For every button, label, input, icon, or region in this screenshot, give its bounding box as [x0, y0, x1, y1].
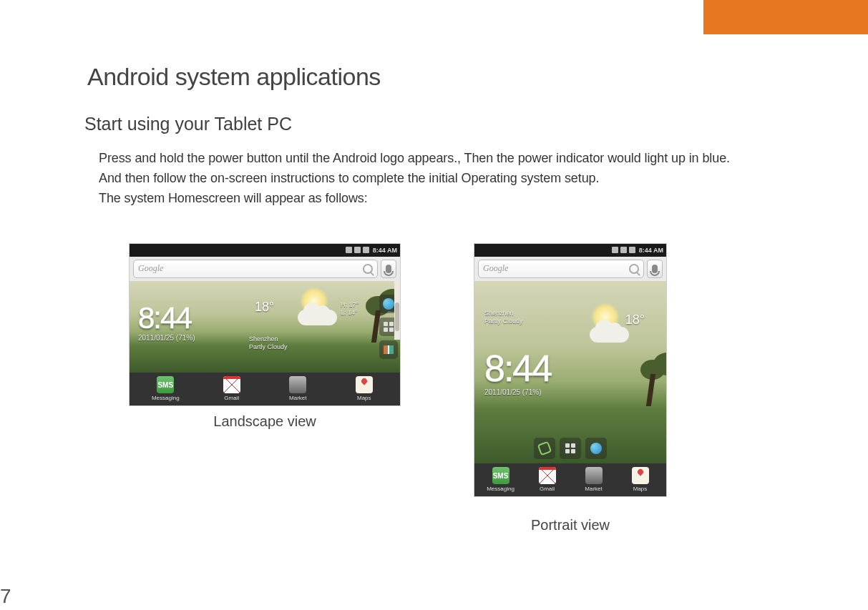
dock-maps[interactable]: Maps — [331, 376, 398, 401]
status-icon — [612, 247, 618, 253]
clock-time: 8:44 — [138, 301, 195, 335]
scrollbar-thumb[interactable] — [395, 302, 399, 331]
google-logo: Google — [138, 263, 363, 274]
google-logo: Google — [483, 263, 629, 274]
paragraph-1: Press and hold the power button until th… — [99, 149, 832, 169]
microphone-icon — [386, 265, 391, 273]
search-input[interactable]: Google — [133, 260, 378, 278]
clock-time: 8:44 — [484, 347, 551, 390]
search-bar: Google — [130, 257, 400, 281]
book-icon — [384, 345, 394, 354]
clock-widget[interactable]: 8:44 2011/01/25 (71%) — [484, 347, 551, 396]
dock-maps[interactable]: Maps — [617, 467, 663, 492]
landscape-caption: Landscape view — [213, 413, 316, 430]
globe-icon — [383, 298, 394, 310]
page-title: Android system applications — [87, 63, 832, 91]
dock-label: Market — [289, 395, 306, 401]
status-time: 8:44 AM — [639, 247, 663, 254]
gmail-icon — [223, 376, 240, 393]
sms-icon: SMS — [157, 376, 174, 393]
status-icon — [620, 247, 627, 253]
dock-label: Market — [585, 486, 602, 492]
clock-date: 2011/01/25 (71%) — [138, 334, 195, 342]
portrait-caption: Portrait view — [531, 517, 610, 533]
maps-icon — [356, 376, 373, 393]
dock-label: Messaging — [487, 486, 515, 492]
search-bar: Google — [474, 257, 666, 281]
microphone-icon — [652, 265, 658, 273]
temperature: 18° — [625, 313, 645, 328]
dock: SMS Messaging Gmail Market Maps — [474, 463, 666, 496]
body-text: Press and hold the power button until th… — [99, 149, 832, 209]
dock-label: Gmail — [540, 486, 555, 492]
dock-messaging[interactable]: SMS Messaging — [132, 376, 199, 401]
dock-gmail[interactable]: Gmail — [199, 376, 265, 401]
status-icon — [346, 247, 352, 253]
dock-label: Gmail — [224, 395, 239, 401]
dock-label: Maps — [633, 486, 648, 492]
landscape-column: 8:44 AM Google — [129, 243, 401, 430]
search-input[interactable]: Google — [478, 260, 644, 278]
grid-icon — [384, 322, 394, 332]
section-subtitle: Start using your Tablet PC — [84, 114, 832, 134]
browser-shortcut[interactable] — [585, 438, 607, 459]
dock-messaging[interactable]: SMS Messaging — [477, 467, 524, 492]
dock: SMS Messaging Gmail Market Maps — [130, 373, 400, 405]
page-number: 7 — [0, 585, 11, 608]
maps-icon — [632, 467, 649, 484]
market-icon — [585, 467, 603, 484]
phone-shortcut[interactable] — [534, 438, 555, 459]
weather-hilo: H: 17° L: 14° — [341, 301, 359, 318]
status-bar: 8:44 AM — [130, 244, 400, 257]
paragraph-3: The system Homescreen will appear as fol… — [99, 189, 832, 209]
tree-graphic — [648, 374, 653, 406]
dock-label: Maps — [357, 395, 371, 401]
sms-icon: SMS — [492, 467, 509, 484]
temperature: 18° — [255, 300, 274, 315]
weather-location: Shenzhen Partly Cloudy — [484, 310, 523, 326]
voice-search-button[interactable] — [647, 260, 663, 278]
header-accent-box — [703, 0, 868, 34]
status-icon — [354, 247, 361, 253]
weather-location: Shenzhen Partly Cloudy — [249, 335, 288, 352]
status-icon — [363, 247, 369, 253]
portrait-screenshot: 8:44 AM Google — [474, 243, 667, 497]
dock-label: Messaging — [152, 395, 180, 401]
gmail-icon — [539, 467, 556, 484]
wallpaper: Shenzhen Partly Cloudy 18° 8:44 2011/01/… — [474, 281, 666, 463]
voice-search-button[interactable] — [381, 260, 396, 278]
paragraph-2: And then follow the on-screen instructio… — [99, 169, 832, 189]
dock-gmail[interactable]: Gmail — [524, 467, 570, 492]
wallpaper: 8:44 2011/01/25 (71%) 18° Shenzhen Partl… — [130, 281, 400, 373]
status-icon — [629, 247, 635, 253]
page-content: Android system applications Start using … — [0, 0, 868, 533]
status-bar: 8:44 AM — [474, 244, 666, 257]
clock-widget[interactable]: 8:44 2011/01/25 (71%) — [138, 301, 195, 342]
search-icon[interactable] — [629, 264, 639, 274]
globe-icon — [590, 443, 602, 454]
grid-icon — [565, 443, 575, 453]
bottom-widgets — [534, 438, 607, 459]
apps-shortcut[interactable] — [560, 438, 581, 459]
cloud-graphic — [298, 310, 337, 325]
search-icon[interactable] — [363, 264, 373, 274]
dock-market[interactable]: Market — [265, 376, 331, 401]
landscape-screenshot: 8:44 AM Google — [129, 243, 401, 406]
books-shortcut[interactable] — [379, 340, 398, 359]
market-icon — [289, 376, 306, 393]
tree-graphic — [374, 310, 379, 343]
dock-market[interactable]: Market — [570, 467, 617, 492]
phone-icon — [537, 441, 552, 456]
clock-date: 2011/01/25 (71%) — [484, 388, 551, 396]
portrait-column: 8:44 AM Google — [474, 243, 667, 533]
status-time: 8:44 AM — [373, 247, 397, 254]
screenshot-row: 8:44 AM Google — [129, 243, 832, 533]
cloud-graphic — [590, 327, 629, 343]
